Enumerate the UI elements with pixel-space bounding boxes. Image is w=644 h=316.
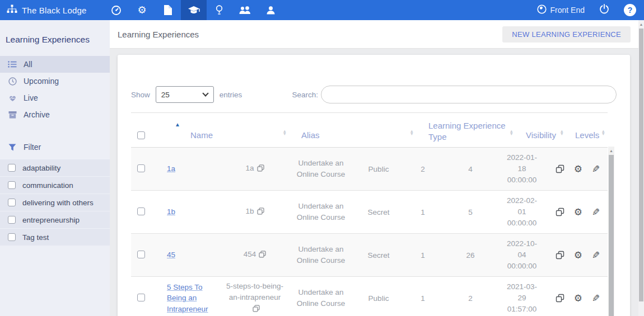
sort-icons: ▴▾	[561, 130, 563, 136]
filter-checkbox[interactable]	[8, 233, 16, 241]
window-scrollbar-thumb[interactable]	[639, 29, 643, 301]
brand[interactable]: The Black Lodge	[0, 4, 95, 16]
brand-title: The Black Lodge	[22, 6, 87, 15]
learning-experience-link[interactable]: 5 Steps To Being an Intrapreneur	[167, 283, 208, 313]
users-group-icon[interactable]	[232, 0, 258, 20]
copy-alias-icon[interactable]	[259, 251, 266, 260]
filter-option-communication[interactable]: communication	[0, 176, 110, 194]
dashboard-icon[interactable]	[104, 0, 129, 20]
filter-funnel-icon	[7, 144, 17, 151]
front-end-label: Front End	[550, 6, 585, 15]
search-label: Search:	[292, 91, 318, 99]
learning-experience-link[interactable]: 1a	[167, 164, 175, 173]
duplicate-icon[interactable]	[556, 164, 564, 173]
duplicate-icon[interactable]	[556, 207, 564, 216]
alias-text: 5-steps-to-being-an-intrapreneur	[226, 282, 283, 301]
table-row: 1b 1b Undertake an Online Course Secret …	[131, 191, 608, 234]
row-checkbox[interactable]	[137, 251, 145, 258]
copy-alias-icon[interactable]	[253, 305, 260, 314]
window-scrollbar[interactable]: ▲	[638, 20, 644, 316]
visibility-text: Secret	[356, 251, 401, 260]
sidebar-item-live[interactable]: Live	[0, 89, 110, 106]
column-header-name[interactable]: Name	[190, 130, 213, 140]
scroll-up-icon[interactable]: ▲	[638, 20, 644, 26]
power-icon[interactable]	[599, 4, 609, 16]
duplicate-icon[interactable]	[556, 251, 564, 260]
gear-icon[interactable]: ⚙	[574, 164, 582, 174]
row-checkbox[interactable]	[137, 164, 145, 172]
row-checkbox[interactable]	[137, 294, 145, 301]
navbar-right: Front End ?	[537, 4, 644, 16]
filter-option-entrepreneurship[interactable]: entrepreneurship	[0, 211, 110, 228]
page-title: Learning Experiences	[110, 30, 199, 39]
num-value: 1	[401, 251, 445, 260]
column-header-alias[interactable]: Alias	[301, 130, 320, 140]
table-controls: Show 25 entries Search:	[118, 55, 630, 103]
select-all-checkbox[interactable]	[137, 131, 145, 139]
alias-text: 454	[244, 250, 256, 258]
main-area: Learning Experiences NEW LEARNING EXPERI…	[110, 20, 644, 316]
edit-pencil-icon[interactable]: ✎	[592, 251, 600, 260]
column-header-visibility[interactable]: Visibility	[526, 130, 556, 140]
filter-option-adaptability[interactable]: adaptability	[0, 159, 110, 176]
type-text: Undertake an Online Course	[295, 287, 347, 310]
gear-icon[interactable]: ⚙	[574, 207, 582, 217]
edit-pencil-icon[interactable]: ✎	[592, 294, 600, 303]
globe-icon	[537, 4, 547, 16]
date-text: 2022-02-01 00:00:00	[504, 195, 540, 229]
sort-icons: ▴▾	[602, 130, 605, 136]
row-checkbox[interactable]	[137, 207, 145, 215]
lightbulb-icon[interactable]	[207, 0, 232, 20]
nav-icon-bar: ⚙	[104, 0, 284, 20]
filter-checkbox[interactable]	[8, 199, 16, 206]
table-row: 1a 1a Undertake an Online Course Public …	[131, 148, 608, 191]
table-header-row: ▲ Name ▴▾ Alias ▴▾ Learning Experience T…	[131, 113, 608, 148]
sidebar-spacer	[0, 123, 110, 139]
table-scrollbar-thumb[interactable]	[609, 155, 614, 316]
column-header-levels[interactable]: Levels	[575, 130, 599, 140]
help-icon[interactable]: ?	[624, 4, 636, 16]
page-size-select[interactable]: 25	[156, 86, 214, 103]
type-text: Undertake an Online Course	[295, 244, 347, 267]
alias-text: 1a	[245, 164, 254, 172]
copy-alias-icon[interactable]	[257, 208, 264, 216]
filter-checkbox[interactable]	[8, 164, 16, 172]
document-icon[interactable]	[155, 0, 181, 20]
duplicate-icon[interactable]	[556, 294, 564, 303]
filter-label: Filter	[24, 143, 41, 152]
sidebar-item-upcoming[interactable]: Upcoming	[0, 73, 110, 89]
sidebar-item-label: Live	[24, 93, 38, 102]
page-header: Learning Experiences NEW LEARNING EXPERI…	[110, 20, 644, 49]
num-value: 1	[401, 208, 445, 216]
gear-icon[interactable]: ⚙	[574, 294, 582, 303]
front-end-link[interactable]: Front End	[537, 4, 585, 16]
learning-graduation-cap-icon[interactable]	[181, 0, 207, 20]
sort-ascending-icon[interactable]: ▲	[175, 121, 180, 128]
edit-pencil-icon[interactable]: ✎	[592, 164, 600, 174]
settings-gear-icon[interactable]: ⚙	[129, 0, 155, 20]
sidebar-item-archive[interactable]: Archive	[0, 106, 110, 123]
copy-alias-icon[interactable]	[257, 165, 264, 173]
search-input[interactable]	[321, 86, 617, 103]
filter-checkbox[interactable]	[8, 181, 16, 189]
column-header-type[interactable]: Learning Experience Type	[428, 120, 507, 143]
table-scrollbar[interactable]: ▲	[608, 147, 614, 316]
sort-icons: ▴▾	[410, 130, 413, 136]
filter-option-delivering-with-others[interactable]: delivering with others	[0, 194, 110, 211]
sidebar: Learning Experiences All Upcoming Live A…	[0, 20, 110, 316]
filter-option-label: delivering with others	[22, 199, 94, 207]
sidebar-item-all[interactable]: All	[0, 56, 110, 73]
learning-experience-link[interactable]: 1b	[167, 207, 175, 216]
sort-icons: ▴▾	[283, 130, 286, 136]
gear-icon[interactable]: ⚙	[574, 251, 582, 260]
sitemap-icon	[7, 4, 17, 16]
filter-option-tag-test[interactable]: Tag test	[0, 228, 110, 246]
new-learning-experience-button[interactable]: NEW LEARNING EXPERIENCE	[502, 26, 631, 43]
scroll-up-icon[interactable]: ▲	[608, 147, 614, 153]
user-icon[interactable]	[258, 0, 284, 20]
learning-experience-link[interactable]: 45	[167, 251, 175, 259]
visibility-text: Public	[356, 294, 401, 303]
num-value: 2	[445, 294, 496, 303]
filter-checkbox[interactable]	[8, 216, 16, 224]
edit-pencil-icon[interactable]: ✎	[592, 207, 600, 217]
